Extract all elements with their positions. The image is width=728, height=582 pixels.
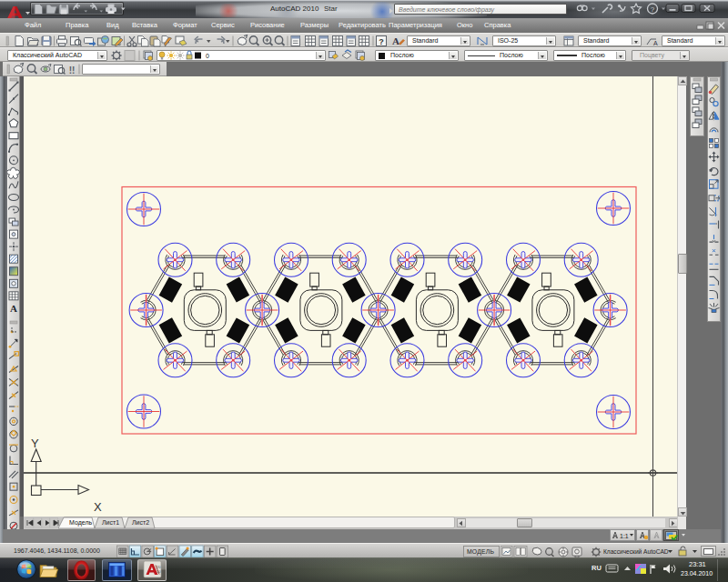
svg-text:A: A (653, 40, 658, 46)
svg-text:A: A (392, 35, 399, 46)
svg-text:?: ? (651, 5, 655, 14)
svg-text:A: A (10, 303, 17, 314)
svg-text:X: X (94, 500, 102, 514)
svg-text:10: 10 (157, 569, 161, 574)
svg-text:!!: !! (69, 65, 76, 75)
svg-text:Y: Y (31, 436, 39, 450)
svg-text:1:1: 1:1 (620, 533, 629, 539)
svg-text:?: ? (379, 37, 384, 46)
